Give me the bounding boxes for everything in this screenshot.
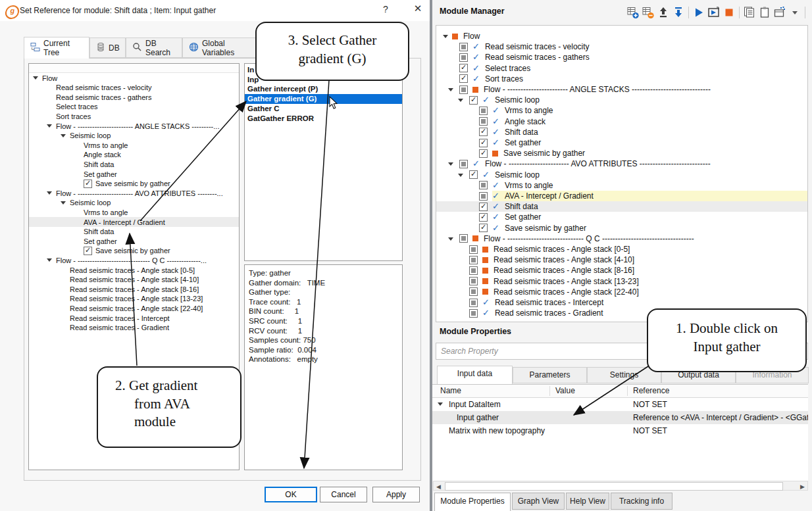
- module-tree-item-flow-avo-attributes[interactable]: ✓Flow - ----------------------- AVO ATTR…: [436, 158, 807, 169]
- column-separator[interactable]: [549, 386, 550, 396]
- scroll-left-arrow[interactable]: ◀: [436, 483, 441, 490]
- module-checkbox[interactable]: [469, 287, 478, 296]
- module-tree-item-set-gather[interactable]: ✓Set gather: [436, 137, 807, 148]
- expander-icon[interactable]: [448, 88, 453, 91]
- module-checkbox[interactable]: [479, 181, 488, 189]
- move-up-icon[interactable]: [657, 6, 670, 19]
- module-checkbox[interactable]: [469, 245, 478, 254]
- tree-item-sort-traces[interactable]: Sort traces: [29, 111, 239, 121]
- tree-item-seismic-loop[interactable]: Seismic loop: [29, 131, 239, 141]
- module-tree-item-seismic-loop[interactable]: ✓Seismic loop: [436, 95, 807, 105]
- tree-item-read-seismic-traces-angle-stack-13-23[interactable]: Read seismic traces - Angle stack [13-23…: [29, 294, 239, 304]
- help-button[interactable]: ?: [379, 4, 392, 17]
- module-checkbox[interactable]: [459, 85, 468, 94]
- module-tree-item-sort-traces[interactable]: ✓Sort traces: [436, 74, 807, 84]
- module-tree-item-save-seismic-by-gather[interactable]: ✓Save seismic by gather: [436, 223, 807, 233]
- tree-item-angle-stack[interactable]: Angle stack: [29, 150, 239, 160]
- tree-item-set-gather[interactable]: Set gather: [29, 169, 239, 179]
- tree-item-read-seismic-traces-gradient[interactable]: Read seismic traces - Gradient: [29, 323, 239, 333]
- tree-item-read-seismic-traces-angle-stack-4-10[interactable]: Read seismic traces - Angle stack [4-10]: [29, 275, 239, 285]
- stop-icon[interactable]: [723, 6, 736, 19]
- paste-icon[interactable]: [758, 6, 771, 19]
- bottom-tab-help-view[interactable]: Help View: [566, 493, 609, 510]
- list-item-gather-intercept-p[interactable]: Gather intercept (P): [245, 84, 402, 94]
- checkbox[interactable]: [84, 180, 92, 188]
- expander-icon[interactable]: [448, 237, 453, 241]
- module-tree-item-ava-intercept-gradient[interactable]: ✓AVA - Intercept / Gradient: [436, 191, 807, 201]
- column-header-reference[interactable]: Reference: [633, 386, 669, 395]
- module-checkbox[interactable]: [479, 149, 488, 158]
- module-tree-item-save-seismic-by-gather[interactable]: Save seismic by gather: [436, 148, 807, 158]
- prop-row-input-gather[interactable]: Input gatherReference to <AVA - Intercep…: [432, 411, 808, 424]
- module-tree-item-flow-q-c[interactable]: Flow - ----------------------------- Q C…: [436, 233, 807, 244]
- tree-item-save-seismic-by-gather[interactable]: Save seismic by gather: [29, 246, 239, 256]
- module-checkbox[interactable]: [479, 213, 488, 222]
- tree-item-vrms-to-angle[interactable]: Vrms to angle: [29, 207, 239, 217]
- module-checkbox[interactable]: [469, 266, 478, 275]
- expander-icon[interactable]: [443, 35, 448, 38]
- bottom-tab-graph-view[interactable]: Graph View: [512, 493, 565, 510]
- bottom-tab-module-properties[interactable]: Module Properties: [434, 493, 511, 511]
- horizontal-scrollbar[interactable]: ◀ ▶: [433, 481, 808, 491]
- report-icon[interactable]: [743, 6, 756, 19]
- module-checkbox[interactable]: [479, 107, 488, 115]
- module-checkbox[interactable]: [459, 234, 468, 243]
- tree-item-read-seismic-traces-angle-stack-0-5[interactable]: Read seismic traces - Angle stack [0-5]: [29, 265, 239, 275]
- module-tree-item-shift-data[interactable]: ✓Shift data: [436, 127, 807, 137]
- close-button[interactable]: ✕: [409, 3, 426, 18]
- checkbox[interactable]: [84, 247, 92, 255]
- tree-item-select-traces[interactable]: Select traces: [29, 102, 239, 112]
- module-tree-item-seismic-loop[interactable]: ✓Seismic loop: [436, 170, 807, 180]
- tree-item-flow-avo-attributes[interactable]: Flow - ----------------------- AVO ATTRI…: [29, 188, 239, 198]
- module-tree-item-read-seismic-traces-angle-stack-0-5[interactable]: Read seismic traces - Angle stack [0-5]: [436, 244, 807, 255]
- scrollbar-thumb[interactable]: [445, 482, 783, 491]
- run-selected-icon[interactable]: [707, 6, 721, 19]
- module-checkbox[interactable]: [469, 256, 478, 264]
- tab-current-tree[interactable]: Current Tree: [24, 37, 89, 59]
- tree-item-read-seismic-traces-angle-stack-8-16[interactable]: Read seismic traces - Angle stack [8-16]: [29, 284, 239, 294]
- module-tree-item-read-seismic-traces-velocity[interactable]: ✓Read seismic traces - velocity: [436, 41, 807, 52]
- module-tree-item-angle-stack[interactable]: ✓Angle stack: [436, 116, 807, 127]
- add-module-icon[interactable]: [626, 6, 640, 19]
- expander-icon[interactable]: [47, 124, 52, 128]
- module-tree-item-read-seismic-traces-angle-stack-4-10[interactable]: Read seismic traces - Angle stack [4-10]: [436, 255, 807, 265]
- module-checkbox[interactable]: [479, 192, 488, 201]
- bottom-tab-tracking-info[interactable]: Tracking info: [611, 493, 672, 510]
- run-icon[interactable]: [692, 6, 705, 19]
- module-checkbox[interactable]: [479, 117, 488, 126]
- module-tree-item-shift-data[interactable]: ✓Shift data: [436, 201, 807, 212]
- module-tree-item-vrms-to-angle[interactable]: ✓Vrms to angle: [436, 105, 807, 116]
- module-checkbox[interactable]: [459, 74, 468, 83]
- module-tree-item-select-traces[interactable]: ✓Select traces: [436, 63, 807, 74]
- module-checkbox[interactable]: [479, 128, 488, 136]
- expander-icon[interactable]: [438, 402, 443, 406]
- module-tree-item-set-gather[interactable]: ✓Set gather: [436, 212, 807, 222]
- expander-icon[interactable]: [61, 201, 66, 205]
- module-checkbox[interactable]: [479, 203, 488, 211]
- module-tree-item-read-seismic-traces-gathers[interactable]: ✓Read seismic traces - gathers: [436, 52, 807, 62]
- pin-icon[interactable]: [809, 6, 812, 19]
- expander-icon[interactable]: [33, 76, 38, 80]
- module-checkbox[interactable]: [459, 160, 468, 168]
- module-checkbox[interactable]: [459, 64, 468, 72]
- module-checkbox[interactable]: [459, 43, 468, 51]
- module-checkbox[interactable]: [469, 96, 478, 105]
- column-separator[interactable]: [627, 386, 628, 396]
- module-checkbox[interactable]: [469, 277, 478, 285]
- module-checkbox[interactable]: [479, 224, 488, 232]
- tree-item-seismic-loop[interactable]: Seismic loop: [29, 198, 239, 208]
- prop-tab-parameters[interactable]: Parameters: [513, 367, 587, 383]
- tree-item-shift-data[interactable]: Shift data: [29, 159, 239, 169]
- expander-icon[interactable]: [458, 99, 463, 102]
- prop-row-matrix-with-new-topography[interactable]: Matrix with new topographyNOT SET: [432, 424, 808, 437]
- remove-module-icon[interactable]: [642, 6, 655, 19]
- tree-item-read-seismic-traces-angle-stack-22-40[interactable]: Read seismic traces - Angle stack [22-40…: [29, 303, 239, 313]
- tree-item-set-gather[interactable]: Set gather: [29, 236, 239, 246]
- module-tree-item-flow-angle-stacks[interactable]: Flow - ----------------------- ANGLE STA…: [436, 84, 807, 95]
- tree-item-save-seismic-by-gather[interactable]: Save seismic by gather: [29, 179, 239, 189]
- move-down-icon[interactable]: [672, 6, 685, 19]
- caret-down-icon[interactable]: [788, 6, 801, 19]
- tree-item-read-seismic-traces-intercept[interactable]: Read seismic traces - Intercept: [29, 313, 239, 323]
- ok-button[interactable]: OK: [265, 487, 317, 502]
- prop-row-input-dataitem[interactable]: Input DataItemNOT SET: [432, 398, 808, 411]
